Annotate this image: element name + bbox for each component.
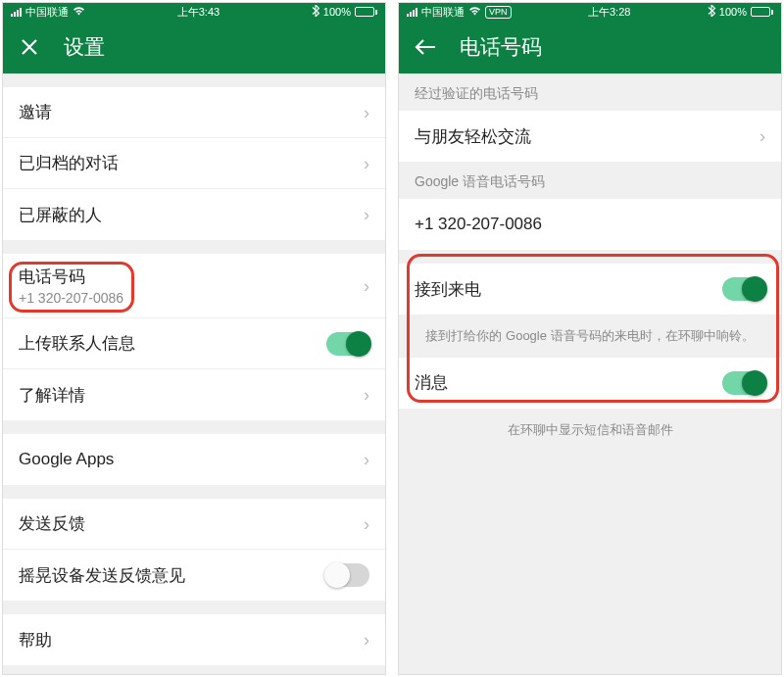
status-time: 上午3:43 [177, 5, 220, 20]
row-label: +1 320-207-0086 [415, 215, 542, 234]
row-feedback[interactable]: 发送反馈 › [3, 499, 385, 550]
row-messages[interactable]: 消息 [399, 358, 781, 409]
row-label: 接到来电 [415, 278, 481, 301]
row-label: 摇晃设备发送反馈意见 [19, 564, 185, 587]
signal-icon [11, 8, 22, 17]
row-label: 了解详情 [19, 384, 85, 407]
row-incoming-calls[interactable]: 接到来电 [399, 264, 781, 314]
battery-icon [355, 7, 377, 17]
row-label: 发送反馈 [19, 512, 85, 535]
page-title: 设置 [64, 33, 105, 61]
toggle-shake-feedback[interactable] [326, 563, 369, 587]
page-title: 电话号码 [460, 33, 542, 61]
phone-left-settings: 中国联通 上午3:43 100% 设置 邀请 › 已归档的对话 [2, 2, 386, 675]
close-icon[interactable] [19, 36, 40, 58]
toggle-incoming-calls[interactable] [722, 277, 765, 301]
row-google-apps[interactable]: Google Apps › [3, 434, 385, 485]
status-bar: 中国联通 上午3:43 100% [3, 3, 385, 21]
chevron-right-icon: › [364, 206, 369, 223]
chevron-right-icon: › [364, 631, 369, 649]
row-help[interactable]: 帮助 › [3, 614, 385, 665]
row-upload-contacts[interactable]: 上传联系人信息 [3, 318, 385, 369]
chevron-right-icon: › [364, 277, 369, 295]
chevron-right-icon: › [364, 451, 369, 468]
app-bar: 设置 [3, 21, 385, 73]
row-share-friends[interactable]: 与朋友轻松交流 › [399, 111, 781, 162]
status-time: 上午3:28 [588, 5, 630, 20]
section-header-google-voice: Google 语音电话号码 [399, 162, 781, 199]
row-label: 消息 [415, 371, 448, 394]
chevron-right-icon: › [760, 127, 765, 145]
phone-number-content: 经过验证的电话号码 与朋友轻松交流 › Google 语音电话号码 +1 320… [399, 73, 781, 674]
row-invite[interactable]: 邀请 › [3, 87, 385, 138]
carrier-label: 中国联通 [25, 5, 69, 20]
section-header-verified: 经过验证的电话号码 [399, 73, 781, 111]
row-label: 上传联系人信息 [19, 332, 135, 355]
bluetooth-icon [312, 5, 319, 19]
row-google-voice-number: +1 320-207-0086 [399, 199, 781, 250]
row-shake-feedback[interactable]: 摇晃设备发送反馈意见 [3, 550, 385, 601]
row-label: 与朋友轻松交流 [415, 125, 531, 148]
row-label: 帮助 [19, 629, 52, 652]
row-learn-more[interactable]: 了解详情 › [3, 369, 385, 420]
battery-pct: 100% [719, 6, 747, 18]
phone-right-phone-number: 中国联通 VPN 上午3:28 100% 电话号码 经过验证的电话号码 与朋友轻… [398, 2, 782, 675]
settings-list: 邀请 › 已归档的对话 › 已屏蔽的人 › 电话号码 +1 320-207-00… [3, 73, 385, 674]
toggle-upload-contacts[interactable] [326, 332, 369, 356]
row-subtitle: +1 320-207-0086 [19, 290, 123, 306]
chevron-right-icon: › [364, 386, 369, 404]
battery-pct: 100% [323, 6, 351, 18]
row-phone-number[interactable]: 电话号码 +1 320-207-0086 › [3, 254, 385, 318]
messages-description: 在环聊中显示短信和语音邮件 [399, 409, 781, 452]
row-label: 电话号码 [19, 266, 123, 288]
chevron-right-icon: › [364, 155, 369, 172]
wifi-icon [468, 6, 481, 18]
carrier-label: 中国联通 [421, 5, 465, 20]
chevron-right-icon: › [364, 104, 369, 121]
row-archived[interactable]: 已归档的对话 › [3, 138, 385, 189]
app-bar: 电话号码 [399, 21, 781, 73]
toggle-messages[interactable] [722, 371, 765, 395]
row-label: 已归档的对话 [19, 152, 119, 174]
row-label: 邀请 [19, 101, 52, 123]
vpn-icon: VPN [485, 6, 512, 19]
battery-icon [751, 7, 773, 17]
signal-icon [407, 8, 417, 17]
row-label: Google Apps [19, 450, 114, 469]
chevron-right-icon: › [364, 515, 369, 533]
back-icon[interactable] [415, 36, 436, 58]
bluetooth-icon [708, 5, 715, 19]
row-blocked[interactable]: 已屏蔽的人 › [3, 189, 385, 240]
wifi-icon [73, 6, 85, 18]
row-label: 已屏蔽的人 [19, 204, 102, 226]
incoming-calls-description: 接到打给你的 Google 语音号码的来电时，在环聊中响铃。 [399, 314, 781, 358]
status-bar: 中国联通 VPN 上午3:28 100% [399, 3, 781, 21]
